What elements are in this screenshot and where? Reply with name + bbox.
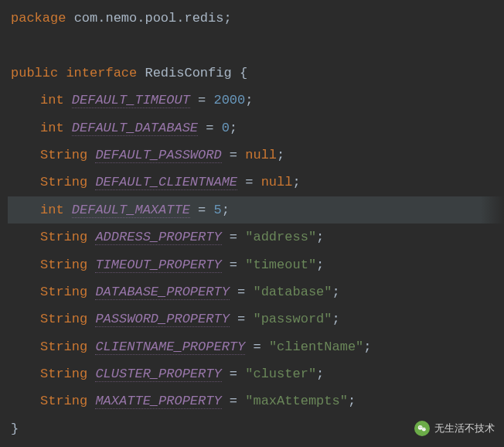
type-keyword: String — [40, 340, 87, 354]
field-value: null — [261, 175, 293, 189]
field-name: DEFAULT_CLIENTNAME — [95, 175, 237, 190]
code-line: public interface RedisConfig { — [8, 60, 504, 87]
type-keyword: String — [40, 312, 87, 326]
type-keyword: String — [40, 175, 87, 189]
type-keyword: String — [40, 230, 87, 244]
code-line: String DEFAULT_CLIENTNAME = null; — [8, 169, 504, 196]
fields-container: int DEFAULT_TIMEOUT = 2000;int DEFAULT_D… — [8, 87, 504, 415]
code-line: package com.nemo.pool.redis; — [8, 5, 504, 32]
code-line: String MAXATTE_PROPERTY = "maxAttempts"; — [8, 387, 504, 415]
field-value: 0 — [222, 121, 230, 135]
type-keyword: String — [40, 285, 87, 299]
package-name: com.nemo.pool.redis — [74, 11, 224, 26]
field-name: PASSWORD_PROPERTY — [95, 312, 229, 327]
class-name: RedisConfig — [145, 66, 231, 80]
field-value: "address" — [245, 230, 316, 244]
field-name: DEFAULT_MAXATTE — [72, 203, 190, 218]
field-name: MAXATTE_PROPERTY — [95, 394, 221, 409]
field-name: DEFAULT_DATABASE — [72, 121, 198, 136]
field-name: DEFAULT_TIMEOUT — [72, 93, 190, 108]
type-keyword: String — [40, 258, 87, 272]
type-keyword: String — [40, 367, 87, 381]
type-keyword: int — [40, 203, 64, 217]
field-name: CLUSTER_PROPERTY — [95, 367, 221, 382]
code-line: String DEFAULT_PASSWORD = null; — [8, 142, 504, 169]
code-line: String TIMEOUT_PROPERTY = "timeout"; — [8, 251, 504, 278]
keyword-public: public — [11, 66, 58, 80]
field-value: 5 — [213, 203, 221, 217]
field-value: "maxAttempts" — [245, 394, 348, 408]
keyword-interface: interface — [66, 66, 137, 80]
field-name: TIMEOUT_PROPERTY — [95, 258, 221, 273]
field-value: "cluster" — [245, 367, 316, 381]
field-value: "password" — [253, 312, 332, 326]
field-value: null — [245, 148, 277, 162]
field-value: "timeout" — [245, 258, 316, 272]
code-line: int DEFAULT_DATABASE = 0; — [8, 114, 504, 142]
keyword-package: package — [11, 11, 66, 26]
code-line: String PASSWORD_PROPERTY = "password"; — [8, 305, 504, 333]
code-block: package com.nemo.pool.redis; public inte… — [0, 0, 504, 447]
blank-line — [8, 32, 504, 59]
code-line: String ADDRESS_PROPERTY = "address"; — [8, 224, 504, 251]
code-line: String CLIENTNAME_PROPERTY = "clientName… — [8, 333, 504, 360]
field-value: "clientName" — [269, 340, 363, 354]
field-name: DEFAULT_PASSWORD — [95, 148, 221, 163]
field-value: 2000 — [213, 93, 245, 107]
field-value: "database" — [253, 285, 332, 299]
code-line: int DEFAULT_MAXATTE = 5; — [8, 196, 504, 224]
type-keyword: int — [40, 121, 64, 135]
type-keyword: String — [40, 394, 87, 408]
code-line: } — [8, 415, 504, 442]
code-line: String DATABASE_PROPERTY = "database"; — [8, 278, 504, 305]
type-keyword: int — [40, 93, 64, 107]
code-line: int DEFAULT_TIMEOUT = 2000; — [8, 87, 504, 114]
field-name: CLIENTNAME_PROPERTY — [95, 340, 245, 355]
code-editor: package com.nemo.pool.redis; public inte… — [0, 0, 504, 447]
field-name: DATABASE_PROPERTY — [95, 285, 229, 300]
type-keyword: String — [40, 148, 87, 162]
code-line: String CLUSTER_PROPERTY = "cluster"; — [8, 360, 504, 387]
field-name: ADDRESS_PROPERTY — [95, 230, 221, 245]
